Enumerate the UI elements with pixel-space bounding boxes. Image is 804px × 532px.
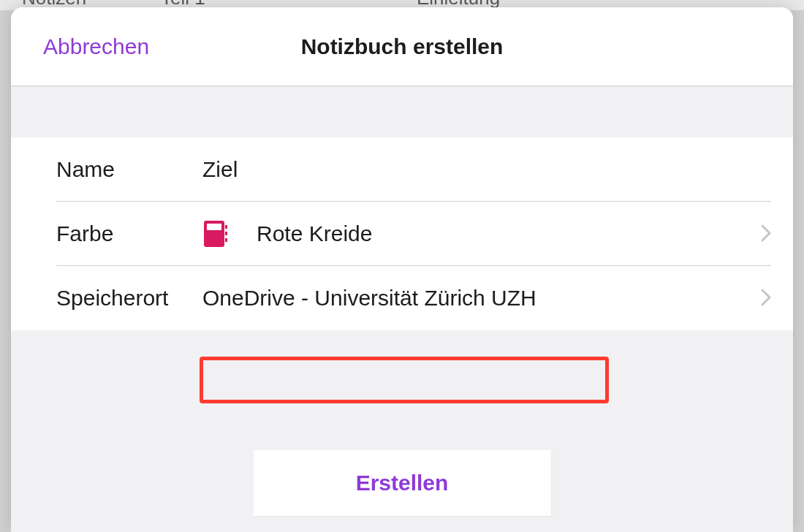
sheet-header: Abbrechen Notizbuch erstellen: [11, 7, 793, 86]
chevron-right-icon: [761, 221, 771, 248]
location-label: Speicherort: [56, 286, 202, 311]
name-row[interactable]: Name: [11, 137, 793, 202]
color-row[interactable]: Farbe Rote Kreide: [11, 202, 793, 266]
color-label: Farbe: [56, 221, 202, 246]
color-value: Rote Kreide: [257, 221, 372, 246]
name-label: Name: [56, 157, 202, 182]
modal-sheet: Abbrechen Notizbuch erstellen Name Farbe: [11, 7, 793, 532]
annotation-highlight-box: [200, 357, 609, 403]
notebook-color-icon: [202, 219, 229, 248]
svg-rect-3: [225, 232, 227, 235]
sheet-title: Notizbuch erstellen: [301, 34, 504, 59]
sheet-body: Name Farbe: [11, 86, 793, 532]
form-group: Name Farbe: [11, 137, 793, 330]
svg-rect-1: [207, 224, 221, 230]
name-input[interactable]: [202, 157, 771, 182]
create-button-wrapper: Erstellen: [254, 450, 551, 516]
location-row[interactable]: Speicherort OneDrive - Universität Züric…: [11, 266, 793, 330]
svg-rect-2: [225, 225, 227, 229]
cancel-button[interactable]: Abbrechen: [43, 34, 149, 59]
create-button[interactable]: Erstellen: [254, 450, 551, 516]
chevron-right-icon: [761, 285, 771, 312]
svg-rect-4: [225, 238, 227, 242]
location-value: OneDrive - Universität Zürich UZH: [202, 286, 536, 311]
